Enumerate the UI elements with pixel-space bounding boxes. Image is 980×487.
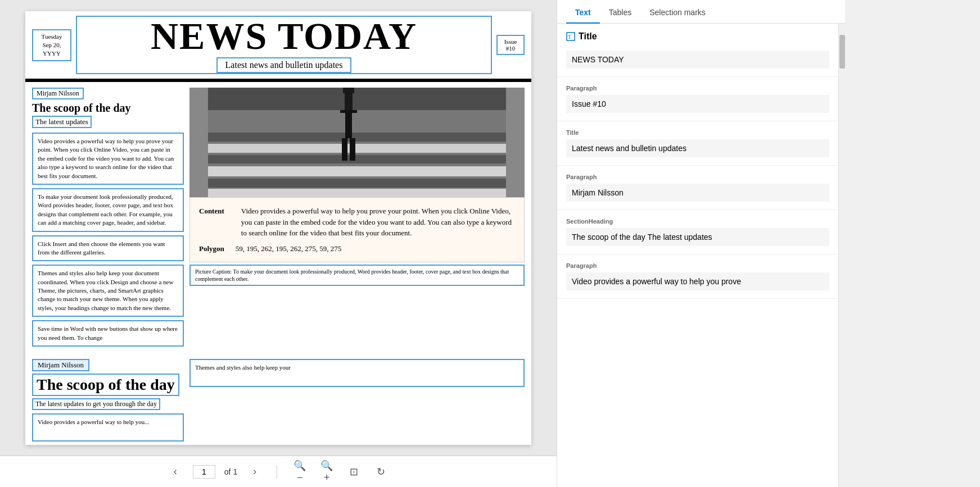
svg-rect-2 [208, 155, 506, 163]
svg-rect-12 [342, 138, 347, 161]
right-panel: Text Tables Selection marks T Title NEWS… [557, 0, 845, 487]
zoom-in-button[interactable]: 🔍+ [318, 463, 336, 481]
next-page-button[interactable]: › [246, 463, 263, 480]
text-block-4: Themes and styles also help keep your do… [32, 265, 184, 317]
news-col-left: Mirjam Nilsson The scoop of the day The … [32, 88, 184, 350]
result-value-para3: Video provides a powerful way to help yo… [566, 272, 829, 290]
subheading-2: The latest updates to get you through th… [32, 398, 160, 410]
svg-rect-13 [350, 138, 355, 161]
news-title: NEWS TODAY [83, 17, 485, 55]
toolbar-separator [277, 465, 277, 479]
news-title-area: NEWS TODAY Latest news and bulletin upda… [76, 16, 492, 74]
page-of-label: of 1 [224, 467, 237, 476]
right-tabs: Text Tables Selection marks [557, 0, 845, 24]
polygon-label: Polygon [199, 243, 224, 254]
newspaper-page: Tuesday Sep 20, YYYY NEWS TODAY Latest n… [25, 11, 531, 445]
result-item-title2: Title Latest news and bulletin updates [557, 121, 838, 166]
rotate-button[interactable]: ↻ [372, 463, 390, 481]
author-tag-2: Mirjam Nilsson [32, 359, 89, 371]
heading-2: The scoop of the day [32, 374, 179, 396]
result-item-para1: Paragraph Issue #10 [557, 77, 838, 121]
page-number-input[interactable] [193, 465, 215, 479]
zoom-out-button[interactable]: 🔍− [291, 463, 309, 481]
text-block-1: Video provides a powerful way to help yo… [32, 133, 184, 185]
result-label-title1: Title [579, 31, 597, 42]
scrollbar-thumb [839, 35, 845, 69]
result-value-para2: Mirjam Nilsson [566, 184, 829, 202]
text-bottom-1: Video provides a powerful way to help yo… [32, 413, 184, 442]
news-subtitle: Latest news and bulletin updates [216, 57, 352, 73]
heading-1: The scoop of the day [32, 102, 184, 115]
svg-text:T: T [568, 34, 571, 40]
subheading-1: The latest updates [32, 116, 92, 128]
fit-page-button[interactable]: ⊡ [345, 463, 363, 481]
polygon-values: 59, 195, 262, 195, 262, 275, 59, 275 [236, 243, 342, 254]
svg-rect-5 [208, 179, 506, 188]
text-block-5: Save time in Word with new buttons that … [32, 320, 184, 347]
author-tag-1: Mirjam Nilsson [32, 88, 84, 99]
result-value-section1: The scoop of the day The latest updates [566, 228, 829, 246]
svg-rect-14 [208, 88, 506, 110]
doc-content[interactable]: Tuesday Sep 20, YYYY NEWS TODAY Latest n… [0, 0, 557, 456]
svg-rect-4 [208, 133, 506, 142]
news-header: Tuesday Sep 20, YYYY NEWS TODAY Latest n… [25, 11, 531, 80]
tab-tables[interactable]: Tables [600, 0, 640, 24]
result-label-title2: Title [566, 129, 829, 136]
right-content: T Title NEWS TODAY Paragraph Issue #10 T… [557, 24, 838, 487]
tab-text[interactable]: Text [566, 0, 600, 24]
doc-toolbar: ‹ of 1 › 🔍− 🔍+ ⊡ ↻ [0, 456, 557, 487]
result-label-para1: Paragraph [566, 85, 829, 92]
result-item-para2: Paragraph Mirjam Nilsson [557, 166, 838, 210]
result-item-title1: NEWS TODAY [557, 43, 838, 77]
content-text: Video provides a powerful way to help yo… [241, 206, 515, 239]
tab-selection-marks[interactable]: Selection marks [640, 0, 715, 24]
doc-viewer: Tuesday Sep 20, YYYY NEWS TODAY Latest n… [0, 0, 557, 487]
news-date: Tuesday Sep 20, YYYY [32, 29, 71, 61]
result-label-para2: Paragraph [566, 174, 829, 180]
picture-caption: Picture Caption: To make your document l… [189, 265, 525, 286]
svg-rect-1 [208, 166, 506, 176]
text-block-2: To make your document look professionall… [32, 188, 184, 232]
right-scrollbar[interactable] [838, 24, 845, 487]
svg-rect-3 [208, 144, 506, 153]
news-body: Mirjam Nilsson The scoop of the day The … [25, 82, 531, 356]
result-value-title1: NEWS TODAY [566, 51, 829, 69]
content-popup: Content Video provides a powerful way to… [189, 197, 525, 262]
news-issue: Issue #10 [496, 35, 525, 55]
svg-rect-11 [345, 110, 352, 138]
prev-page-button[interactable]: ‹ [167, 463, 184, 480]
news-bottom: Mirjam Nilsson The scoop of the day The … [25, 356, 531, 445]
bottom-left: Mirjam Nilsson The scoop of the day The … [32, 359, 184, 442]
result-label-section1: SectionHeading [566, 218, 829, 225]
news-col-right: Content Video provides a powerful way to… [189, 88, 525, 350]
result-value-para1: Issue #10 [566, 95, 829, 113]
result-item-para3: Paragraph Video provides a powerful way … [557, 254, 838, 299]
bottom-right: Themes and styles also help keep your [189, 359, 525, 442]
title-icon: T [566, 32, 575, 41]
result-label-para3: Paragraph [566, 262, 829, 269]
content-label: Content [199, 206, 224, 236]
text-block-3: Click Insert and then choose the element… [32, 235, 184, 262]
svg-rect-6 [208, 189, 506, 197]
themes-block: Themes and styles also help keep your [189, 359, 525, 387]
result-item-section1: SectionHeading The scoop of the day The … [557, 210, 838, 254]
zebra-photo [189, 88, 525, 197]
result-value-title2: Latest news and bulletin updates [566, 139, 829, 157]
